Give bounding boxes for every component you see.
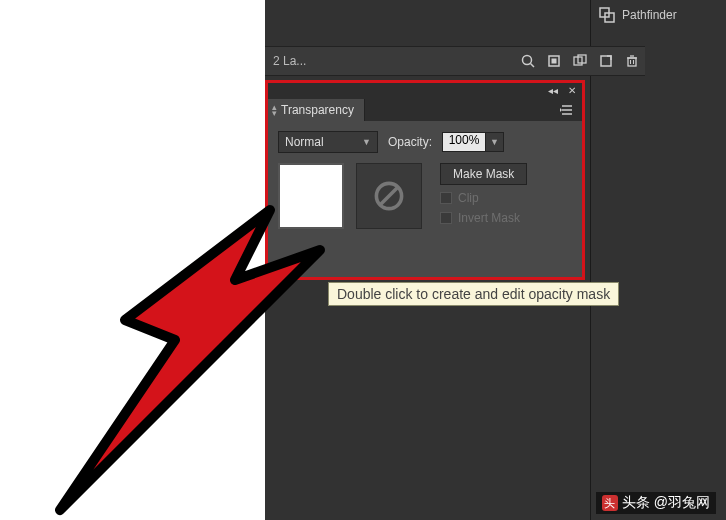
panel-menu-icon[interactable] <box>558 101 576 119</box>
panel-body: Normal ▼ Opacity: 100% ▼ Ma <box>268 121 582 277</box>
blend-mode-select[interactable]: Normal ▼ <box>278 131 378 153</box>
new-layer-icon[interactable] <box>593 48 619 74</box>
artwork-thumbnail[interactable] <box>278 163 344 229</box>
pathfinder-label: Pathfinder <box>622 8 677 22</box>
tab-label: Transparency <box>281 103 354 117</box>
invert-mask-label: Invert Mask <box>458 211 520 225</box>
watermark-prefix: 头条 <box>622 494 650 512</box>
delete-icon[interactable] <box>619 48 645 74</box>
layers-count-text: 2 La... <box>265 54 306 68</box>
new-sublayer-icon[interactable] <box>567 48 593 74</box>
clip-checkbox[interactable] <box>440 192 452 204</box>
pathfinder-icon <box>598 6 616 24</box>
watermark-icon: 头 <box>602 495 618 511</box>
crescent-icon <box>280 165 346 231</box>
locate-object-icon[interactable] <box>515 48 541 74</box>
svg-rect-5 <box>552 59 557 64</box>
panel-tab-row: ▴▾ Transparency <box>268 99 582 121</box>
opacity-dropdown-icon[interactable]: ▼ <box>486 132 504 152</box>
collapse-icon[interactable]: ◂◂ <box>548 86 558 96</box>
watermark-handle: @羽兔网 <box>654 494 710 512</box>
layers-panel-footer: 2 La... <box>265 46 645 76</box>
right-dock <box>590 0 670 520</box>
opacity-label: Opacity: <box>388 135 432 149</box>
watermark: 头 头条 @羽兔网 <box>596 492 716 514</box>
invert-mask-checkbox[interactable] <box>440 212 452 224</box>
close-icon[interactable]: ✕ <box>568 86 576 96</box>
transparency-panel: ◂◂ ✕ ▴▾ Transparency Normal ▼ Opacity: 1… <box>265 80 585 280</box>
clip-checkbox-row[interactable]: Clip <box>440 191 527 205</box>
make-mask-button[interactable]: Make Mask <box>440 163 527 185</box>
pathfinder-panel-tab[interactable]: Pathfinder <box>598 0 724 30</box>
svg-rect-8 <box>601 56 611 66</box>
tooltip: Double click to create and edit opacity … <box>328 282 619 306</box>
blend-mode-value: Normal <box>285 135 324 149</box>
invert-mask-checkbox-row[interactable]: Invert Mask <box>440 211 527 225</box>
svg-line-3 <box>531 64 535 68</box>
svg-rect-9 <box>628 58 636 66</box>
tab-transparency[interactable]: ▴▾ Transparency <box>268 99 365 121</box>
panel-topbar: ◂◂ ✕ <box>268 83 582 99</box>
svg-marker-17 <box>560 108 562 112</box>
clip-label: Clip <box>458 191 479 205</box>
chevron-down-icon: ▼ <box>362 137 371 147</box>
make-clipping-mask-icon[interactable] <box>541 48 567 74</box>
opacity-input[interactable]: 100% <box>442 132 486 152</box>
no-mask-icon <box>371 178 407 214</box>
mask-thumbnail[interactable] <box>356 163 422 229</box>
cycle-size-icon: ▴▾ <box>272 104 279 116</box>
svg-point-2 <box>523 56 532 65</box>
svg-line-19 <box>380 187 398 205</box>
